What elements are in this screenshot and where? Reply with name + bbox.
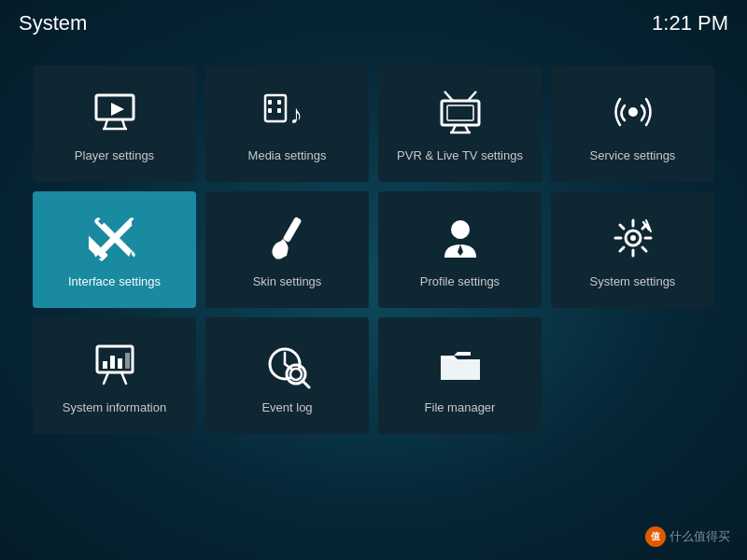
grid-item-event-log[interactable]: Event log bbox=[205, 317, 369, 434]
svg-marker-4 bbox=[111, 103, 124, 116]
svg-rect-48 bbox=[125, 353, 130, 369]
grid-item-media-settings[interactable]: ♪ Media settings bbox=[205, 65, 369, 182]
player-settings-label: Player settings bbox=[75, 148, 154, 163]
event-log-label: Event log bbox=[261, 400, 312, 415]
svg-rect-7 bbox=[268, 108, 272, 113]
svg-point-18 bbox=[628, 107, 638, 117]
system-information-label: System information bbox=[63, 400, 166, 415]
svg-point-31 bbox=[630, 235, 636, 241]
grid-item-system-settings[interactable]: System settings bbox=[551, 191, 714, 308]
system-settings-label: System settings bbox=[590, 274, 676, 289]
watermark: 值 什么值得买 bbox=[645, 526, 730, 547]
watermark-icon: 值 bbox=[645, 526, 666, 547]
svg-line-43 bbox=[104, 372, 108, 384]
grid-item-pvr-settings[interactable]: PVR & Live TV settings bbox=[378, 65, 542, 182]
svg-line-36 bbox=[620, 225, 624, 229]
svg-rect-5 bbox=[265, 95, 286, 121]
svg-rect-26 bbox=[282, 217, 302, 243]
svg-text:♪: ♪ bbox=[289, 100, 303, 129]
interface-settings-label: Interface settings bbox=[68, 274, 161, 289]
svg-line-44 bbox=[121, 372, 126, 384]
svg-line-37 bbox=[642, 247, 646, 251]
svg-line-53 bbox=[303, 381, 309, 387]
clock: 1:21 PM bbox=[652, 11, 728, 35]
interface-settings-icon bbox=[88, 211, 142, 265]
profile-settings-label: Profile settings bbox=[420, 274, 500, 289]
svg-rect-17 bbox=[447, 105, 473, 120]
header: System 1:21 PM bbox=[0, 0, 747, 47]
watermark-text: 什么值得买 bbox=[669, 528, 730, 545]
pvr-settings-label: PVR & Live TV settings bbox=[397, 148, 523, 163]
svg-rect-45 bbox=[103, 361, 107, 369]
grid-item-profile-settings[interactable]: Profile settings bbox=[378, 191, 542, 308]
grid-item-skin-settings[interactable]: Skin settings bbox=[205, 191, 369, 308]
svg-rect-8 bbox=[277, 100, 281, 105]
svg-rect-46 bbox=[110, 356, 115, 369]
service-settings-label: Service settings bbox=[590, 148, 676, 163]
svg-line-38 bbox=[620, 247, 624, 251]
media-settings-icon: ♪ bbox=[261, 85, 315, 139]
file-manager-label: File manager bbox=[425, 400, 496, 415]
skin-settings-icon bbox=[261, 211, 315, 265]
svg-point-28 bbox=[451, 220, 470, 239]
grid-item-file-manager[interactable]: File manager bbox=[378, 317, 542, 434]
file-manager-icon bbox=[433, 337, 487, 391]
system-settings-icon bbox=[606, 211, 660, 265]
grid-item-system-information[interactable]: System information bbox=[33, 317, 196, 434]
media-settings-label: Media settings bbox=[248, 148, 327, 163]
svg-rect-6 bbox=[268, 100, 272, 105]
system-information-icon bbox=[88, 337, 142, 391]
grid-item-interface-settings[interactable]: Interface settings bbox=[33, 191, 196, 308]
app-title: System bbox=[19, 11, 87, 35]
svg-rect-9 bbox=[277, 108, 281, 113]
svg-rect-47 bbox=[118, 358, 122, 369]
service-settings-icon bbox=[606, 85, 660, 139]
settings-grid: Player settings ♪ Media settings bbox=[0, 47, 747, 453]
skin-settings-label: Skin settings bbox=[253, 274, 322, 289]
player-settings-icon bbox=[88, 85, 142, 139]
pvr-settings-icon bbox=[433, 85, 487, 139]
event-log-icon bbox=[261, 337, 315, 391]
grid-item-player-settings[interactable]: Player settings bbox=[33, 65, 196, 182]
grid-item-service-settings[interactable]: Service settings bbox=[551, 65, 714, 182]
profile-settings-icon bbox=[433, 211, 487, 265]
